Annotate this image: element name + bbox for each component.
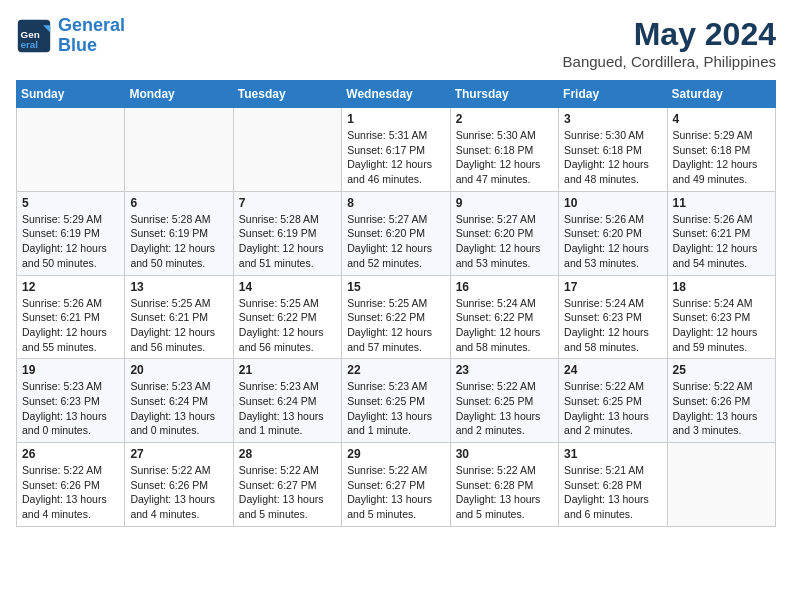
day-number: 25 <box>673 363 770 377</box>
calendar-cell: 22Sunrise: 5:23 AMSunset: 6:25 PMDayligh… <box>342 359 450 443</box>
day-number: 15 <box>347 280 444 294</box>
calendar-cell: 12Sunrise: 5:26 AMSunset: 6:21 PMDayligh… <box>17 275 125 359</box>
calendar-cell: 4Sunrise: 5:29 AMSunset: 6:18 PMDaylight… <box>667 108 775 192</box>
day-info: Sunrise: 5:29 AMSunset: 6:19 PMDaylight:… <box>22 212 119 271</box>
calendar-cell <box>233 108 341 192</box>
day-number: 26 <box>22 447 119 461</box>
day-number: 8 <box>347 196 444 210</box>
calendar-cell: 20Sunrise: 5:23 AMSunset: 6:24 PMDayligh… <box>125 359 233 443</box>
day-number: 5 <box>22 196 119 210</box>
page-title: May 2024 <box>563 16 776 53</box>
day-number: 6 <box>130 196 227 210</box>
logo-text: General Blue <box>58 16 125 56</box>
day-info: Sunrise: 5:25 AMSunset: 6:21 PMDaylight:… <box>130 296 227 355</box>
weekday-header: Friday <box>559 81 667 108</box>
day-number: 28 <box>239 447 336 461</box>
day-info: Sunrise: 5:23 AMSunset: 6:24 PMDaylight:… <box>239 379 336 438</box>
day-info: Sunrise: 5:29 AMSunset: 6:18 PMDaylight:… <box>673 128 770 187</box>
day-info: Sunrise: 5:27 AMSunset: 6:20 PMDaylight:… <box>347 212 444 271</box>
day-info: Sunrise: 5:31 AMSunset: 6:17 PMDaylight:… <box>347 128 444 187</box>
calendar-cell: 1Sunrise: 5:31 AMSunset: 6:17 PMDaylight… <box>342 108 450 192</box>
day-info: Sunrise: 5:24 AMSunset: 6:23 PMDaylight:… <box>564 296 661 355</box>
day-number: 12 <box>22 280 119 294</box>
day-info: Sunrise: 5:28 AMSunset: 6:19 PMDaylight:… <box>239 212 336 271</box>
day-info: Sunrise: 5:28 AMSunset: 6:19 PMDaylight:… <box>130 212 227 271</box>
day-number: 1 <box>347 112 444 126</box>
day-info: Sunrise: 5:30 AMSunset: 6:18 PMDaylight:… <box>456 128 553 187</box>
day-info: Sunrise: 5:24 AMSunset: 6:23 PMDaylight:… <box>673 296 770 355</box>
day-number: 31 <box>564 447 661 461</box>
calendar-cell: 28Sunrise: 5:22 AMSunset: 6:27 PMDayligh… <box>233 443 341 527</box>
calendar-cell: 15Sunrise: 5:25 AMSunset: 6:22 PMDayligh… <box>342 275 450 359</box>
calendar-cell: 27Sunrise: 5:22 AMSunset: 6:26 PMDayligh… <box>125 443 233 527</box>
calendar-cell: 6Sunrise: 5:28 AMSunset: 6:19 PMDaylight… <box>125 191 233 275</box>
calendar-header: SundayMondayTuesdayWednesdayThursdayFrid… <box>17 81 776 108</box>
day-info: Sunrise: 5:25 AMSunset: 6:22 PMDaylight:… <box>347 296 444 355</box>
calendar-cell: 26Sunrise: 5:22 AMSunset: 6:26 PMDayligh… <box>17 443 125 527</box>
calendar-week-row: 26Sunrise: 5:22 AMSunset: 6:26 PMDayligh… <box>17 443 776 527</box>
calendar-cell: 30Sunrise: 5:22 AMSunset: 6:28 PMDayligh… <box>450 443 558 527</box>
day-number: 4 <box>673 112 770 126</box>
day-info: Sunrise: 5:22 AMSunset: 6:27 PMDaylight:… <box>347 463 444 522</box>
calendar-cell: 14Sunrise: 5:25 AMSunset: 6:22 PMDayligh… <box>233 275 341 359</box>
page-header: Gen eral General Blue May 2024 Bangued, … <box>16 16 776 70</box>
calendar-cell: 16Sunrise: 5:24 AMSunset: 6:22 PMDayligh… <box>450 275 558 359</box>
calendar-cell <box>17 108 125 192</box>
calendar-week-row: 19Sunrise: 5:23 AMSunset: 6:23 PMDayligh… <box>17 359 776 443</box>
calendar-week-row: 5Sunrise: 5:29 AMSunset: 6:19 PMDaylight… <box>17 191 776 275</box>
calendar-table: SundayMondayTuesdayWednesdayThursdayFrid… <box>16 80 776 527</box>
calendar-cell: 24Sunrise: 5:22 AMSunset: 6:25 PMDayligh… <box>559 359 667 443</box>
day-number: 29 <box>347 447 444 461</box>
calendar-week-row: 12Sunrise: 5:26 AMSunset: 6:21 PMDayligh… <box>17 275 776 359</box>
calendar-cell: 11Sunrise: 5:26 AMSunset: 6:21 PMDayligh… <box>667 191 775 275</box>
day-number: 10 <box>564 196 661 210</box>
calendar-cell: 21Sunrise: 5:23 AMSunset: 6:24 PMDayligh… <box>233 359 341 443</box>
day-number: 19 <box>22 363 119 377</box>
title-area: May 2024 Bangued, Cordillera, Philippine… <box>563 16 776 70</box>
day-number: 18 <box>673 280 770 294</box>
day-number: 24 <box>564 363 661 377</box>
day-number: 22 <box>347 363 444 377</box>
day-info: Sunrise: 5:23 AMSunset: 6:23 PMDaylight:… <box>22 379 119 438</box>
calendar-cell: 29Sunrise: 5:22 AMSunset: 6:27 PMDayligh… <box>342 443 450 527</box>
day-number: 23 <box>456 363 553 377</box>
day-info: Sunrise: 5:22 AMSunset: 6:26 PMDaylight:… <box>22 463 119 522</box>
calendar-cell: 23Sunrise: 5:22 AMSunset: 6:25 PMDayligh… <box>450 359 558 443</box>
day-number: 9 <box>456 196 553 210</box>
calendar-cell: 25Sunrise: 5:22 AMSunset: 6:26 PMDayligh… <box>667 359 775 443</box>
calendar-body: 1Sunrise: 5:31 AMSunset: 6:17 PMDaylight… <box>17 108 776 527</box>
logo: Gen eral General Blue <box>16 16 125 56</box>
day-number: 11 <box>673 196 770 210</box>
day-info: Sunrise: 5:26 AMSunset: 6:21 PMDaylight:… <box>22 296 119 355</box>
weekday-header: Wednesday <box>342 81 450 108</box>
day-info: Sunrise: 5:22 AMSunset: 6:28 PMDaylight:… <box>456 463 553 522</box>
day-info: Sunrise: 5:22 AMSunset: 6:25 PMDaylight:… <box>564 379 661 438</box>
weekday-header: Thursday <box>450 81 558 108</box>
calendar-cell: 7Sunrise: 5:28 AMSunset: 6:19 PMDaylight… <box>233 191 341 275</box>
day-number: 7 <box>239 196 336 210</box>
calendar-cell: 13Sunrise: 5:25 AMSunset: 6:21 PMDayligh… <box>125 275 233 359</box>
calendar-cell: 2Sunrise: 5:30 AMSunset: 6:18 PMDaylight… <box>450 108 558 192</box>
weekday-header: Sunday <box>17 81 125 108</box>
day-info: Sunrise: 5:23 AMSunset: 6:24 PMDaylight:… <box>130 379 227 438</box>
day-info: Sunrise: 5:30 AMSunset: 6:18 PMDaylight:… <box>564 128 661 187</box>
calendar-cell <box>125 108 233 192</box>
day-info: Sunrise: 5:23 AMSunset: 6:25 PMDaylight:… <box>347 379 444 438</box>
day-number: 13 <box>130 280 227 294</box>
day-info: Sunrise: 5:22 AMSunset: 6:25 PMDaylight:… <box>456 379 553 438</box>
calendar-cell: 9Sunrise: 5:27 AMSunset: 6:20 PMDaylight… <box>450 191 558 275</box>
logo-icon: Gen eral <box>16 18 52 54</box>
day-info: Sunrise: 5:22 AMSunset: 6:26 PMDaylight:… <box>673 379 770 438</box>
calendar-cell <box>667 443 775 527</box>
calendar-week-row: 1Sunrise: 5:31 AMSunset: 6:17 PMDaylight… <box>17 108 776 192</box>
day-info: Sunrise: 5:22 AMSunset: 6:27 PMDaylight:… <box>239 463 336 522</box>
day-info: Sunrise: 5:26 AMSunset: 6:20 PMDaylight:… <box>564 212 661 271</box>
day-number: 27 <box>130 447 227 461</box>
day-number: 2 <box>456 112 553 126</box>
day-info: Sunrise: 5:22 AMSunset: 6:26 PMDaylight:… <box>130 463 227 522</box>
day-number: 3 <box>564 112 661 126</box>
weekday-header: Saturday <box>667 81 775 108</box>
day-info: Sunrise: 5:26 AMSunset: 6:21 PMDaylight:… <box>673 212 770 271</box>
calendar-cell: 18Sunrise: 5:24 AMSunset: 6:23 PMDayligh… <box>667 275 775 359</box>
weekday-header: Tuesday <box>233 81 341 108</box>
